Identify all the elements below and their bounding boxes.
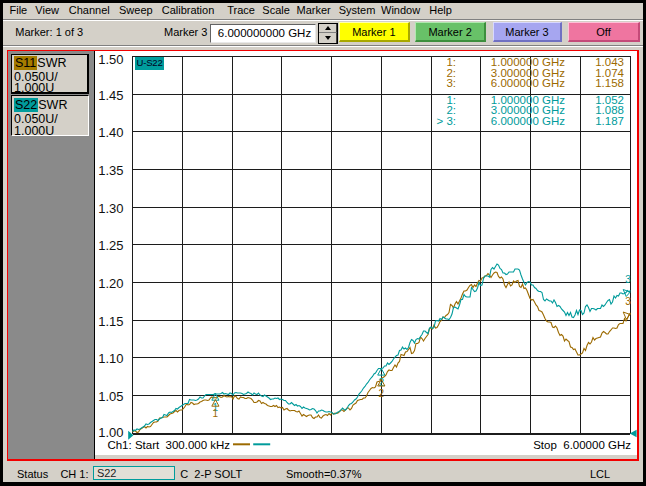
svg-text:3: 3: [625, 296, 631, 307]
svg-text:1: 1: [213, 408, 219, 419]
svg-text:3: 3: [625, 274, 631, 285]
svg-text:2: 2: [379, 388, 385, 399]
